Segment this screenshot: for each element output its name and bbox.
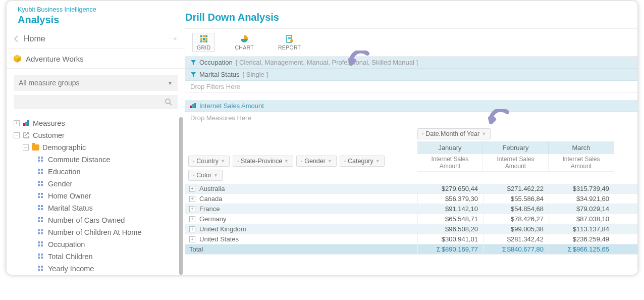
caret-down-icon: ▼ xyxy=(481,131,486,136)
row-dimension-pill[interactable]: ▪Country▼ xyxy=(188,156,230,167)
attribute-icon xyxy=(38,229,44,235)
tree-attribute[interactable]: Marital Status xyxy=(14,202,185,214)
tree-measures[interactable]: + Measures xyxy=(14,117,185,129)
filter-pill[interactable]: Occupation[ Clerical, Management, Manual… xyxy=(185,57,637,69)
attribute-icon xyxy=(38,157,44,163)
view-toolbar: GRID CHART REPORT xyxy=(185,28,637,57)
pin-icon[interactable] xyxy=(171,35,178,42)
filter-icon xyxy=(190,72,196,78)
data-cell: $315.739,49 xyxy=(549,184,614,193)
row-label: Total xyxy=(185,244,417,254)
scrollbar-vertical[interactable] xyxy=(179,117,183,275)
svg-rect-5 xyxy=(200,35,202,37)
row-label: +United States xyxy=(185,234,417,244)
tree-attribute[interactable]: Number of Children At Home xyxy=(14,226,185,238)
measure-name: Internet Sales Amount xyxy=(199,102,264,110)
tree-attribute[interactable]: Education xyxy=(14,166,185,178)
tree-customer[interactable]: − Customer xyxy=(14,129,185,141)
tree-attribute[interactable]: Commute Distance xyxy=(14,154,185,166)
back-icon xyxy=(14,35,19,42)
tree-attribute[interactable]: Number of Cars Owned xyxy=(14,214,185,226)
pill-label: Date.Month of Year xyxy=(425,130,479,137)
column-header-month[interactable]: January xyxy=(417,141,483,154)
pill-label: Gender xyxy=(304,158,326,165)
table-row[interactable]: +United Kingdom$96.508,20$99.005,38$113.… xyxy=(185,224,637,234)
table-row[interactable]: +Germany$65.548,71$78.426,27$87.038,10 xyxy=(185,214,637,224)
filter-name: Occupation xyxy=(199,59,233,66)
pill-label: Color xyxy=(196,172,211,179)
table-row[interactable]: +Canada$56.379,30$55.586,84$34.921,60 xyxy=(185,194,637,204)
caret-down-icon: ▼ xyxy=(284,159,289,164)
svg-rect-18 xyxy=(190,106,192,108)
breadcrumb-home[interactable]: Home xyxy=(7,29,185,49)
sort-icon: ▪ xyxy=(344,159,346,164)
svg-rect-3 xyxy=(25,122,27,126)
measure-groups-dropdown[interactable]: All measure groups ▼ xyxy=(14,75,178,91)
expand-icon[interactable]: + xyxy=(14,120,20,126)
tree-attribute[interactable]: Home Owner xyxy=(14,190,185,202)
svg-rect-13 xyxy=(205,40,207,42)
search-input[interactable] xyxy=(19,98,165,106)
data-cell: $87.038,10 xyxy=(549,214,614,224)
expand-icon[interactable]: + xyxy=(189,186,195,192)
tree-attribute[interactable]: Yearly Income xyxy=(14,263,185,275)
drop-filters-zone[interactable]: Drop Filters Here xyxy=(185,81,637,93)
expand-icon[interactable]: + xyxy=(189,196,195,202)
filter-values: [ Single ] xyxy=(242,71,268,78)
column-header-month[interactable]: February xyxy=(483,141,549,154)
app-window: Kyubit Business Intelligence Analysis Ho… xyxy=(7,1,637,275)
row-label: +United Kingdom xyxy=(185,224,417,234)
tree-attribute[interactable]: Total Children xyxy=(14,251,185,263)
expand-icon[interactable]: + xyxy=(189,236,195,242)
tree-demographic[interactable]: − Demographic xyxy=(14,141,185,154)
tree-label: Number of Children At Home xyxy=(48,228,141,236)
row-dimension-pill[interactable]: ▪Gender▼ xyxy=(296,156,337,167)
measure-icon xyxy=(190,103,196,109)
grid-button[interactable]: GRID xyxy=(192,33,215,52)
measure-pill[interactable]: Internet Sales Amount xyxy=(185,100,637,112)
caret-down-icon: ▼ xyxy=(213,173,218,178)
chart-icon xyxy=(240,34,249,43)
table-row[interactable]: +France$91.142,10$54.854,68$79.029,14 xyxy=(185,204,637,214)
chart-label: CHART xyxy=(235,44,253,51)
data-cell: $34.921,60 xyxy=(549,194,614,204)
expand-icon[interactable]: + xyxy=(189,206,195,212)
search-icon xyxy=(165,98,173,106)
data-cell: $300.941,01 xyxy=(417,234,483,244)
svg-rect-20 xyxy=(194,103,196,108)
attribute-icon xyxy=(38,193,44,199)
filter-values: [ Clerical, Management, Manual, Professi… xyxy=(236,59,418,66)
row-dimension-pill[interactable]: ▪Color▼ xyxy=(188,170,223,181)
row-dimension-pill[interactable]: ▪State-Province▼ xyxy=(233,156,293,167)
data-cell: $281.342,42 xyxy=(483,234,549,244)
cube-selector[interactable]: Adventure Works xyxy=(7,49,185,69)
column-header-measure: Internet Sales Amount xyxy=(549,154,614,172)
expand-icon[interactable]: + xyxy=(189,216,195,222)
column-dimension-pill[interactable]: ▪ Date.Month of Year ▼ xyxy=(417,128,491,139)
row-dimensions: ▪Country▼▪State-Province▼▪Gender▼▪Catego… xyxy=(185,153,417,184)
tree-label: Customer xyxy=(33,131,65,139)
drop-measures-zone[interactable]: Drop Measures Here xyxy=(185,112,637,124)
tree-label: Gender xyxy=(48,180,72,188)
data-cell: $91.142,10 xyxy=(417,204,483,214)
tree-label: Measures xyxy=(33,119,65,127)
report-button[interactable]: REPORT xyxy=(274,33,305,52)
collapse-icon[interactable]: − xyxy=(14,132,20,138)
row-dimension-pill[interactable]: ▪Category▼ xyxy=(340,156,385,167)
arrow-decoration-icon xyxy=(487,109,511,129)
tree-attribute[interactable]: Gender xyxy=(14,178,185,190)
expand-icon[interactable]: + xyxy=(189,226,195,232)
tree-label: Yearly Income xyxy=(48,265,94,273)
search-input-wrap[interactable] xyxy=(14,95,178,109)
chart-button[interactable]: CHART xyxy=(230,33,258,52)
collapse-icon[interactable]: − xyxy=(23,144,29,151)
svg-point-0 xyxy=(166,99,170,104)
data-cell: $56.379,30 xyxy=(417,194,483,204)
column-header-month[interactable]: March xyxy=(549,141,614,154)
svg-rect-2 xyxy=(23,123,25,126)
table-row[interactable]: +Australia$279.650,44$271.462,22$315.739… xyxy=(185,184,637,194)
table-row[interactable]: +United States$300.941,01$281.342,42$236… xyxy=(185,234,637,244)
data-cell: Σ$840.677,80 xyxy=(483,244,549,254)
filter-pill[interactable]: Marital Status[ Single ] xyxy=(185,69,637,81)
tree-attribute[interactable]: Occupation xyxy=(14,238,185,251)
